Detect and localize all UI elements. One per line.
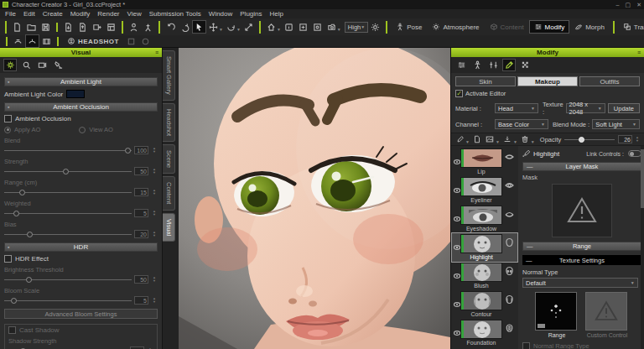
menu-edit[interactable]: Edit [23, 10, 35, 18]
hdr-effect-checkbox[interactable] [4, 255, 12, 263]
cast-shadow-checkbox[interactable] [8, 326, 16, 334]
contour-mask-icon[interactable] [502, 291, 516, 318]
bloom-scale-stepper[interactable]: ▲▼ [151, 297, 158, 304]
headshot-tool-2-button[interactable] [138, 34, 153, 48]
import-button[interactable] [61, 20, 75, 34]
activate-editor-checkbox[interactable]: ✓ [455, 90, 463, 97]
home-view-caret[interactable]: ▼ [277, 27, 281, 32]
bias-stepper[interactable]: ▲▼ [151, 231, 158, 237]
tab-content[interactable]: Content [163, 176, 175, 210]
visibility-eye-icon[interactable] [453, 291, 460, 318]
layer-blush[interactable]: Blush [452, 262, 517, 290]
collapse-icon[interactable]: — [527, 242, 533, 250]
tab-smart-gallery[interactable]: Smart Gallery [163, 50, 175, 101]
weighted-slider[interactable] [4, 211, 132, 216]
viewport-3d[interactable] [179, 48, 450, 349]
adjust-color-icon[interactable] [486, 59, 500, 71]
menu-window[interactable]: Window [209, 10, 232, 18]
advanced-bloom-settings-button[interactable]: Advanced Bloom Settings [4, 309, 158, 319]
tab-scene[interactable]: Scene [163, 144, 175, 174]
detail-scrollbar[interactable] [641, 146, 644, 349]
quality-dropdown[interactable]: High▼ [345, 22, 368, 33]
brightness-threshold-slider[interactable] [4, 277, 132, 283]
minimize-button[interactable]: – [616, 2, 620, 8]
link-controls-toggle[interactable] [628, 150, 641, 157]
frame-selected-button[interactable] [310, 20, 325, 34]
eyeliner-mask-icon[interactable] [502, 177, 516, 204]
collapse-icon[interactable]: — [526, 257, 532, 264]
visibility-eye-icon[interactable] [453, 320, 460, 346]
strength-value[interactable]: 50 [134, 167, 148, 175]
menu-view[interactable]: View [127, 10, 142, 18]
custom-control-thumbnail[interactable] [585, 292, 627, 331]
headshot-button[interactable]: HEADSHOT [62, 34, 124, 48]
range-slider[interactable] [4, 190, 132, 195]
menu-file[interactable]: File [5, 10, 16, 18]
import-image-icon[interactable] [485, 134, 496, 145]
normal-type-dropdown[interactable]: Default▼ [522, 278, 638, 288]
delete-layer-icon[interactable] [520, 134, 531, 145]
visibility-eye-icon[interactable] [453, 206, 460, 232]
ambient-occlusion-section[interactable]: ▪ Ambient Occlusion [4, 102, 158, 112]
bloom-scale-slider[interactable] [4, 298, 132, 304]
edit-mesh-button[interactable] [25, 34, 39, 48]
tab-makeup[interactable]: Makeup [517, 76, 578, 86]
edit-pose-button[interactable] [39, 34, 54, 48]
opacity-value[interactable]: 26 [618, 135, 632, 143]
open-project-button[interactable] [24, 20, 39, 34]
skingen-makeup-icon[interactable] [502, 59, 516, 71]
camera-info-button[interactable] [282, 20, 296, 34]
strength-slider[interactable] [4, 169, 132, 174]
redo-button[interactable] [178, 20, 192, 34]
tab-headshot[interactable]: Headshot [163, 103, 175, 142]
layer-contour[interactable]: Contour [452, 290, 517, 319]
send-to-iclone-button[interactable] [90, 20, 104, 34]
opacity-slider[interactable] [564, 137, 615, 143]
eyeshadow-mask-icon[interactable] [502, 206, 516, 232]
foundation-mask-icon[interactable] [502, 320, 516, 346]
view-ao-radio[interactable] [79, 127, 86, 133]
morph-button[interactable]: Morph [569, 20, 610, 34]
blend-stepper[interactable]: ▲▼ [151, 147, 158, 154]
collapse-icon[interactable]: ▪ [8, 244, 9, 250]
apply-ao-radio[interactable] [4, 127, 11, 133]
avatar-proportion-button[interactable] [11, 34, 25, 48]
texture-size-dropdown[interactable]: 2048 x 2048▼ [566, 103, 605, 113]
normal-range-type-checkbox[interactable] [522, 342, 530, 349]
range-stepper[interactable]: ▲▼ [151, 189, 158, 195]
texture-settings-section[interactable]: — Texture Settings [522, 255, 641, 265]
modify-button[interactable]: Modify [529, 20, 570, 34]
layer-foundation[interactable]: Foundation [452, 319, 517, 347]
blush-mask-icon[interactable] [502, 263, 516, 289]
eyedropper-icon[interactable] [454, 134, 465, 145]
export-layer-icon[interactable] [502, 134, 513, 145]
texture-checker-icon[interactable] [518, 59, 532, 71]
weighted-value[interactable]: 5 [134, 209, 148, 217]
camera-settings-caret[interactable]: ▼ [337, 27, 341, 32]
strength-stepper[interactable]: ▲▼ [151, 168, 158, 174]
pose-edit-icon[interactable] [470, 59, 484, 71]
maximize-button[interactable]: ▢ [626, 2, 631, 8]
move-tool-caret[interactable]: ▼ [219, 27, 223, 32]
lip-mask-icon[interactable] [502, 148, 516, 175]
merge-button[interactable] [104, 20, 118, 34]
hdr-section[interactable]: ▪ HDR [4, 242, 158, 252]
attribute-icon[interactable] [454, 59, 468, 71]
bias-value[interactable]: 20 [134, 230, 148, 238]
weighted-stepper[interactable]: ▲▼ [151, 210, 158, 216]
lamp-tool-icon[interactable] [51, 59, 65, 71]
new-project-button[interactable] [10, 20, 24, 34]
realtime-light-button[interactable] [368, 20, 382, 34]
export-button[interactable] [75, 20, 90, 34]
range-value[interactable]: 15 [134, 188, 148, 196]
menu-plugins[interactable]: Plugins [240, 10, 262, 18]
layer-mask-section[interactable]: — Layer Mask [522, 162, 641, 171]
select-tool-button[interactable] [192, 20, 206, 34]
transformer-button[interactable]: Transformer▼ [618, 19, 644, 34]
panel-menu-icon[interactable]: ≡ [637, 49, 641, 55]
brightness-threshold-value[interactable]: 50 [134, 275, 148, 284]
material-dropdown[interactable]: Head▼ [495, 103, 538, 113]
range-normal-thumbnail[interactable] [535, 292, 577, 331]
collapse-icon[interactable]: — [527, 163, 533, 170]
ambient-occlusion-checkbox[interactable] [4, 115, 12, 122]
